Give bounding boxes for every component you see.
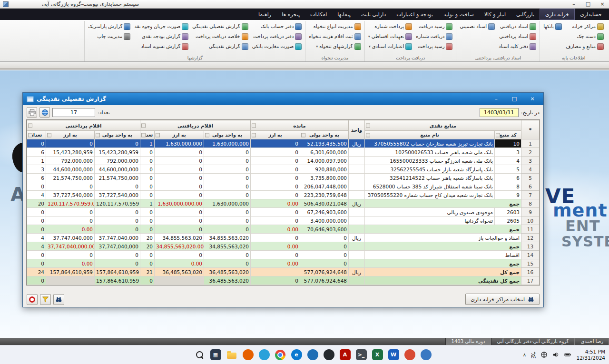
pay-n-cell[interactable]: 6 [27,174,46,182]
rcv-fx-cell[interactable]: 0 [155,208,204,216]
source-code-cell[interactable]: 4 [495,157,521,165]
rcv-a-cell[interactable]: 0 [204,174,251,182]
pay-fx-cell[interactable]: 0 [46,208,95,216]
browser-icon[interactable] [306,348,319,362]
bal-fx-cell[interactable]: 0.00 [251,259,300,268]
row-number-cell[interactable]: 7 [521,191,540,199]
bal-fx-cell[interactable]: 0.00 [251,242,300,251]
pay-a-cell[interactable]: 0 [95,139,140,148]
bal-a-cell[interactable]: 0 [300,259,349,268]
pay-a-cell[interactable]: 0 [95,216,140,225]
petty-cash-types-button[interactable]: مدیریت انواع تنخواه [307,21,363,31]
edge-icon[interactable]: e [290,348,303,362]
unit-cell[interactable] [349,165,365,174]
guarantee-docs-button[interactable]: اسناد تضمینی [458,21,496,31]
minimize-button[interactable]: – [570,1,578,7]
bal-a-cell[interactable]: 6,301,600,000 [300,148,349,157]
banks-button[interactable]: بانکها [541,21,564,31]
rcv-n-cell[interactable]: 20 [140,234,155,242]
row-number-cell[interactable]: 5 [521,174,540,182]
pay-fx-cell[interactable]: 37,747,040,000 [46,234,95,242]
resources-expenses-button[interactable]: منابع و مصارف [564,41,606,51]
dialog-maximize-button[interactable]: □ [507,95,521,103]
unit-cell[interactable] [349,208,365,216]
bal-a-cell[interactable]: 206,047,448,000 [300,182,349,191]
pay-a-cell[interactable]: 21,574,750,000 [95,174,140,182]
header-payable-count[interactable]: تعداد [27,131,46,139]
pay-n-cell[interactable]: 3 [27,165,46,174]
filter-button[interactable] [40,294,51,305]
chrome-icon[interactable] [274,348,287,362]
bal-fx-cell[interactable]: 0 [251,174,300,182]
dialog-titlebar[interactable]: گزارش تفصیلی نقدینگی – □ × [23,93,543,105]
letters-of-credit-button[interactable]: اعتبارات اسنادی▾ [366,41,414,51]
rcv-fx-cell[interactable] [155,276,204,285]
pay-n-cell[interactable]: 0 [27,259,46,268]
source-name-cell[interactable]: جمع [365,242,521,251]
rcv-fx-cell[interactable]: 0 [155,225,204,234]
cash-flow-statement-button[interactable]: صورت جریان وجوه نقد [132,21,190,31]
rcv-n-cell[interactable]: 0 [140,191,155,199]
row-number-cell[interactable]: 1 [521,139,540,148]
print-button[interactable] [27,107,37,118]
bal-a-cell[interactable]: 14,000,097,900 [300,157,349,165]
source-name-cell[interactable]: بانک ملی شعبه باهنر حساب 102500026533 [365,148,495,157]
pay-a-cell[interactable]: 157,864,610,959 [95,268,140,276]
unit-cell[interactable] [349,148,365,157]
rcv-a-cell[interactable]: 0 [204,225,251,234]
rcv-fx-cell[interactable]: 36,485,563,020 [155,268,204,276]
maximize-button[interactable]: □ [584,1,592,7]
clock[interactable]: 4:51 PM 12/31/2024 [576,349,605,361]
source-name-cell[interactable]: جمع [365,259,521,268]
rcv-a-cell[interactable]: 0 [204,182,251,191]
pay-fx-cell[interactable]: 37,747,040,000.00 [46,242,95,251]
bal-fx-cell[interactable]: 0.00 [251,199,300,208]
source-code-cell[interactable]: 5 [495,165,521,174]
rcv-n-cell[interactable]: 0 [140,225,155,234]
bal-fx-cell[interactable]: 0 [251,216,300,225]
search-records-button[interactable] [53,294,64,305]
rcv-fx-cell[interactable]: 0 [155,216,204,225]
source-code-cell[interactable]: 3 [495,148,521,157]
unit-cell[interactable]: ریال [349,199,365,208]
row-number-cell[interactable]: 17 [521,276,540,285]
checkbook-button[interactable]: دسته چک [564,31,606,41]
pay-a-cell[interactable]: 120,117,570,959 [95,199,140,208]
menu-item[interactable]: پیمانها [332,9,356,20]
source-name-cell[interactable]: جمع کل نقدینگی [365,276,521,285]
docs-settlement-report-button[interactable]: گزارش تسویه اسناد [132,41,190,51]
settings-icon[interactable] [419,348,432,362]
rcv-a-cell[interactable]: 1,630,000,000 [204,199,251,208]
source-name-cell[interactable]: بانک تجارت شعبه میدان کاج حساب شماره 370… [365,191,495,199]
rcv-fx-cell[interactable]: 34,855,563,020 [155,234,204,242]
receive-pay-ledger-button[interactable]: دفتر دریافت پرداخت [250,31,304,41]
bal-fx-cell[interactable]: 0 [251,182,300,191]
unit-cell[interactable] [349,251,365,259]
menu-item[interactable]: راهنما [253,9,276,20]
menu-item[interactable]: پنجره ها [276,9,305,20]
bal-fx-cell[interactable]: 0 [251,165,300,174]
bal-fx-cell[interactable]: 0 [251,208,300,216]
rcv-a-cell[interactable]: 0 [204,208,251,216]
petty-cash-expense-button[interactable]: ثبت اقلام هزینه تنخواه [307,31,363,41]
rcv-fx-cell[interactable]: 0.00 [155,259,204,268]
bal-fx-cell[interactable]: 0 [251,148,300,157]
pay-fx-cell[interactable]: 792,000,000 [46,157,95,165]
pay-a-cell[interactable]: 0 [95,225,140,234]
excel-icon[interactable]: X [371,348,384,362]
receive-number-button[interactable]: دریافت شماره [414,31,454,41]
source-name-cell[interactable]: بانک تجارت تبریز شعبه ستارخان حساب 37050… [365,139,495,148]
search-button[interactable] [193,348,206,362]
rcv-n-cell[interactable]: 20 [140,242,155,251]
brave-icon[interactable] [403,348,416,362]
pay-n-cell[interactable]: 0 [27,139,46,148]
parametric-report-button[interactable]: گزارش پارامتریک [86,21,132,31]
receive-receipt-button[interactable]: رسید دریافت [414,21,454,31]
header-source-name[interactable]: نام منبع [365,131,495,139]
word-icon[interactable]: W [387,348,400,362]
row-number-cell[interactable]: 2 [521,148,540,157]
bal-fx-cell[interactable] [251,268,300,276]
header-row-number[interactable]: * [521,120,540,139]
pay-a-cell[interactable]: 157,864,610,959 [95,276,140,285]
exit-button[interactable] [27,294,38,305]
